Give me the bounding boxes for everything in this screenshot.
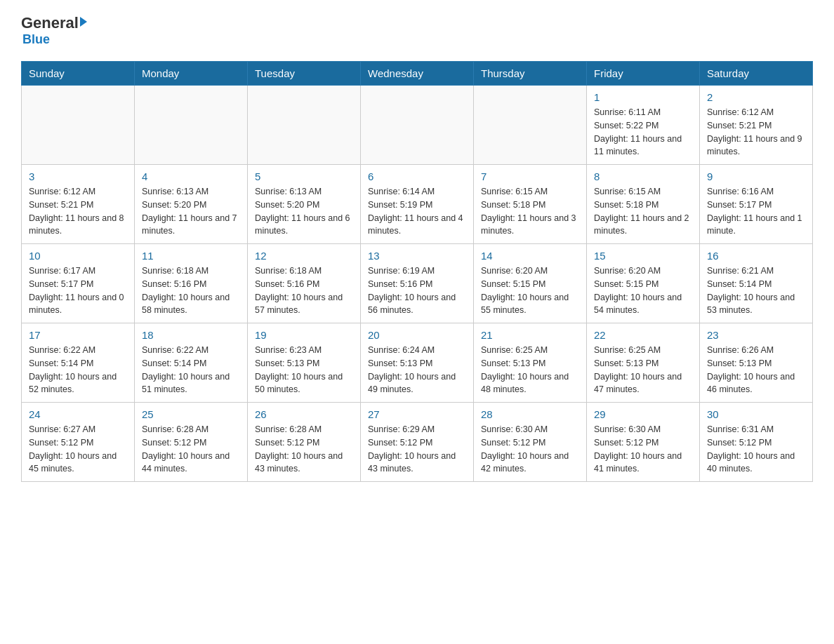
- day-info: Sunrise: 6:21 AMSunset: 5:14 PMDaylight:…: [707, 264, 805, 317]
- week-row-1: 1Sunrise: 6:11 AMSunset: 5:22 PMDaylight…: [22, 86, 813, 165]
- calendar-cell-2-0: 10Sunrise: 6:17 AMSunset: 5:17 PMDayligh…: [22, 244, 135, 323]
- week-row-3: 10Sunrise: 6:17 AMSunset: 5:17 PMDayligh…: [22, 244, 813, 323]
- day-number: 20: [368, 329, 466, 341]
- header-monday: Monday: [135, 62, 248, 86]
- day-info: Sunrise: 6:16 AMSunset: 5:17 PMDaylight:…: [707, 185, 805, 238]
- day-info: Sunrise: 6:22 AMSunset: 5:14 PMDaylight:…: [142, 344, 240, 396]
- calendar-cell-2-2: 12Sunrise: 6:18 AMSunset: 5:16 PMDayligh…: [248, 244, 361, 323]
- day-info: Sunrise: 6:28 AMSunset: 5:12 PMDaylight:…: [255, 423, 353, 476]
- calendar-cell-2-6: 16Sunrise: 6:21 AMSunset: 5:14 PMDayligh…: [700, 244, 813, 323]
- day-info: Sunrise: 6:25 AMSunset: 5:13 PMDaylight:…: [481, 344, 579, 396]
- day-number: 19: [255, 329, 353, 341]
- day-info: Sunrise: 6:12 AMSunset: 5:21 PMDaylight:…: [29, 185, 127, 238]
- logo: General Blue: [21, 14, 87, 47]
- calendar-cell-4-6: 30Sunrise: 6:31 AMSunset: 5:12 PMDayligh…: [700, 403, 813, 482]
- day-info: Sunrise: 6:18 AMSunset: 5:16 PMDaylight:…: [255, 264, 353, 317]
- day-info: Sunrise: 6:14 AMSunset: 5:19 PMDaylight:…: [368, 185, 466, 238]
- calendar-cell-4-0: 24Sunrise: 6:27 AMSunset: 5:12 PMDayligh…: [22, 403, 135, 482]
- day-number: 9: [707, 170, 805, 182]
- day-info: Sunrise: 6:20 AMSunset: 5:15 PMDaylight:…: [594, 264, 692, 317]
- calendar-cell-3-6: 23Sunrise: 6:26 AMSunset: 5:13 PMDayligh…: [700, 323, 813, 403]
- day-number: 1: [594, 91, 692, 103]
- day-number: 30: [707, 408, 805, 420]
- day-number: 13: [368, 250, 466, 262]
- day-info: Sunrise: 6:26 AMSunset: 5:13 PMDaylight:…: [707, 344, 805, 396]
- days-of-week-row: Sunday Monday Tuesday Wednesday Thursday…: [22, 62, 813, 86]
- day-number: 22: [594, 329, 692, 341]
- day-info: Sunrise: 6:12 AMSunset: 5:21 PMDaylight:…: [707, 106, 805, 159]
- logo-text: General: [21, 14, 87, 32]
- day-number: 10: [29, 250, 127, 262]
- day-info: Sunrise: 6:17 AMSunset: 5:17 PMDaylight:…: [29, 264, 127, 317]
- calendar-cell-2-3: 13Sunrise: 6:19 AMSunset: 5:16 PMDayligh…: [361, 244, 474, 323]
- day-info: Sunrise: 6:31 AMSunset: 5:12 PMDaylight:…: [707, 423, 805, 476]
- calendar-cell-4-3: 27Sunrise: 6:29 AMSunset: 5:12 PMDayligh…: [361, 403, 474, 482]
- page-header: General Blue: [21, 14, 813, 47]
- day-number: 21: [481, 329, 579, 341]
- header-sunday: Sunday: [22, 62, 135, 86]
- day-info: Sunrise: 6:25 AMSunset: 5:13 PMDaylight:…: [594, 344, 692, 396]
- calendar-cell-1-5: 8Sunrise: 6:15 AMSunset: 5:18 PMDaylight…: [587, 165, 700, 244]
- day-number: 28: [481, 408, 579, 420]
- calendar-cell-3-0: 17Sunrise: 6:22 AMSunset: 5:14 PMDayligh…: [22, 323, 135, 403]
- calendar-cell-0-3: [361, 86, 474, 165]
- day-number: 3: [29, 170, 127, 182]
- calendar-cell-0-6: 2Sunrise: 6:12 AMSunset: 5:21 PMDaylight…: [700, 86, 813, 165]
- header-friday: Friday: [587, 62, 700, 86]
- day-number: 25: [142, 408, 240, 420]
- calendar-cell-1-4: 7Sunrise: 6:15 AMSunset: 5:18 PMDaylight…: [474, 165, 587, 244]
- calendar-cell-4-4: 28Sunrise: 6:30 AMSunset: 5:12 PMDayligh…: [474, 403, 587, 482]
- day-number: 18: [142, 329, 240, 341]
- calendar-cell-3-4: 21Sunrise: 6:25 AMSunset: 5:13 PMDayligh…: [474, 323, 587, 403]
- day-number: 17: [29, 329, 127, 341]
- day-number: 5: [255, 170, 353, 182]
- day-info: Sunrise: 6:24 AMSunset: 5:13 PMDaylight:…: [368, 344, 466, 396]
- day-number: 6: [368, 170, 466, 182]
- day-number: 12: [255, 250, 353, 262]
- day-number: 15: [594, 250, 692, 262]
- calendar-cell-4-5: 29Sunrise: 6:30 AMSunset: 5:12 PMDayligh…: [587, 403, 700, 482]
- header-saturday: Saturday: [700, 62, 813, 86]
- day-info: Sunrise: 6:28 AMSunset: 5:12 PMDaylight:…: [142, 423, 240, 476]
- week-row-5: 24Sunrise: 6:27 AMSunset: 5:12 PMDayligh…: [22, 403, 813, 482]
- calendar-cell-4-2: 26Sunrise: 6:28 AMSunset: 5:12 PMDayligh…: [248, 403, 361, 482]
- logo-blue: Blue: [22, 32, 50, 47]
- header-thursday: Thursday: [474, 62, 587, 86]
- day-info: Sunrise: 6:15 AMSunset: 5:18 PMDaylight:…: [481, 185, 579, 238]
- calendar-cell-1-2: 5Sunrise: 6:13 AMSunset: 5:20 PMDaylight…: [248, 165, 361, 244]
- calendar-header: Sunday Monday Tuesday Wednesday Thursday…: [22, 62, 813, 86]
- day-number: 26: [255, 408, 353, 420]
- calendar-cell-0-2: [248, 86, 361, 165]
- day-info: Sunrise: 6:19 AMSunset: 5:16 PMDaylight:…: [368, 264, 466, 317]
- calendar-cell-3-5: 22Sunrise: 6:25 AMSunset: 5:13 PMDayligh…: [587, 323, 700, 403]
- header-tuesday: Tuesday: [248, 62, 361, 86]
- calendar-cell-1-1: 4Sunrise: 6:13 AMSunset: 5:20 PMDaylight…: [135, 165, 248, 244]
- day-number: 23: [707, 329, 805, 341]
- day-number: 2: [707, 91, 805, 103]
- calendar-cell-1-3: 6Sunrise: 6:14 AMSunset: 5:19 PMDaylight…: [361, 165, 474, 244]
- day-number: 7: [481, 170, 579, 182]
- calendar-body: 1Sunrise: 6:11 AMSunset: 5:22 PMDaylight…: [22, 86, 813, 482]
- calendar-cell-2-1: 11Sunrise: 6:18 AMSunset: 5:16 PMDayligh…: [135, 244, 248, 323]
- day-info: Sunrise: 6:13 AMSunset: 5:20 PMDaylight:…: [255, 185, 353, 238]
- calendar-cell-4-1: 25Sunrise: 6:28 AMSunset: 5:12 PMDayligh…: [135, 403, 248, 482]
- day-info: Sunrise: 6:29 AMSunset: 5:12 PMDaylight:…: [368, 423, 466, 476]
- calendar-cell-0-1: [135, 86, 248, 165]
- calendar-cell-2-5: 15Sunrise: 6:20 AMSunset: 5:15 PMDayligh…: [587, 244, 700, 323]
- logo-general: General: [21, 14, 79, 32]
- calendar-cell-1-0: 3Sunrise: 6:12 AMSunset: 5:21 PMDaylight…: [22, 165, 135, 244]
- day-number: 27: [368, 408, 466, 420]
- day-number: 24: [29, 408, 127, 420]
- day-info: Sunrise: 6:30 AMSunset: 5:12 PMDaylight:…: [594, 423, 692, 476]
- day-info: Sunrise: 6:15 AMSunset: 5:18 PMDaylight:…: [594, 185, 692, 238]
- week-row-4: 17Sunrise: 6:22 AMSunset: 5:14 PMDayligh…: [22, 323, 813, 403]
- day-info: Sunrise: 6:23 AMSunset: 5:13 PMDaylight:…: [255, 344, 353, 396]
- calendar-cell-1-6: 9Sunrise: 6:16 AMSunset: 5:17 PMDaylight…: [700, 165, 813, 244]
- day-info: Sunrise: 6:30 AMSunset: 5:12 PMDaylight:…: [481, 423, 579, 476]
- day-number: 29: [594, 408, 692, 420]
- calendar-cell-0-0: [22, 86, 135, 165]
- calendar-cell-3-2: 19Sunrise: 6:23 AMSunset: 5:13 PMDayligh…: [248, 323, 361, 403]
- logo-arrow-icon: [80, 17, 87, 27]
- calendar-cell-3-1: 18Sunrise: 6:22 AMSunset: 5:14 PMDayligh…: [135, 323, 248, 403]
- day-number: 16: [707, 250, 805, 262]
